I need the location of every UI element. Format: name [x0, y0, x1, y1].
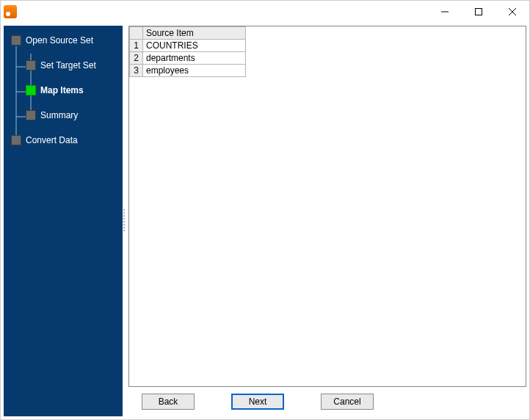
row-number: 2	[130, 52, 143, 65]
wizard-buttons: Back Next Cancel	[128, 387, 526, 416]
table-row[interactable]: 2departments	[130, 52, 246, 65]
minimize-button[interactable]	[428, 1, 462, 23]
row-number: 1	[130, 40, 143, 52]
step-label: Set Target Set	[40, 60, 96, 70]
table-row[interactable]: 1COUNTRIES	[130, 40, 246, 52]
wizard-sidebar: Open Source SetSet Target SetMap ItemsSu…	[4, 26, 123, 416]
cancel-button[interactable]: Cancel	[321, 394, 374, 410]
step-box-icon	[26, 60, 36, 70]
maximize-button[interactable]	[462, 1, 495, 23]
svg-rect-1	[476, 9, 482, 15]
source-items-panel: Source Item 1COUNTRIES2departments3emplo…	[128, 26, 526, 387]
step-label: Open Source Set	[26, 35, 93, 46]
step-label: Map Items	[40, 85, 84, 95]
step-box-icon	[11, 135, 21, 145]
splitter[interactable]	[123, 26, 126, 416]
wizard-step[interactable]: Set Target Set	[4, 57, 123, 74]
table-row[interactable]: 3employees	[130, 65, 246, 77]
source-item-cell[interactable]: employees	[143, 65, 246, 77]
source-item-cell[interactable]: departments	[143, 52, 246, 65]
step-label: Summary	[40, 110, 78, 120]
window-controls	[428, 1, 529, 23]
wizard-step[interactable]: Open Source Set	[4, 32, 123, 49]
source-item-cell[interactable]: COUNTRIES	[143, 40, 246, 52]
step-box-icon	[11, 35, 21, 46]
wizard-step[interactable]: Map Items	[4, 82, 123, 99]
row-header-blank	[130, 27, 143, 40]
wizard-step[interactable]: Summary	[4, 106, 123, 124]
close-button[interactable]	[495, 1, 529, 23]
app-icon	[4, 5, 17, 18]
step-box-icon	[26, 110, 36, 120]
source-items-table[interactable]: Source Item 1COUNTRIES2departments3emplo…	[129, 26, 246, 77]
wizard-step[interactable]: Convert Data	[4, 131, 123, 149]
col-header-source-item[interactable]: Source Item	[143, 27, 246, 40]
step-box-icon	[26, 85, 36, 95]
titlebar	[1, 1, 529, 23]
next-button[interactable]: Next	[231, 394, 284, 410]
row-number: 3	[130, 65, 143, 77]
step-label: Convert Data	[26, 135, 78, 145]
wizard-steps-tree: Open Source SetSet Target SetMap ItemsSu…	[4, 32, 123, 149]
back-button[interactable]: Back	[142, 394, 195, 410]
